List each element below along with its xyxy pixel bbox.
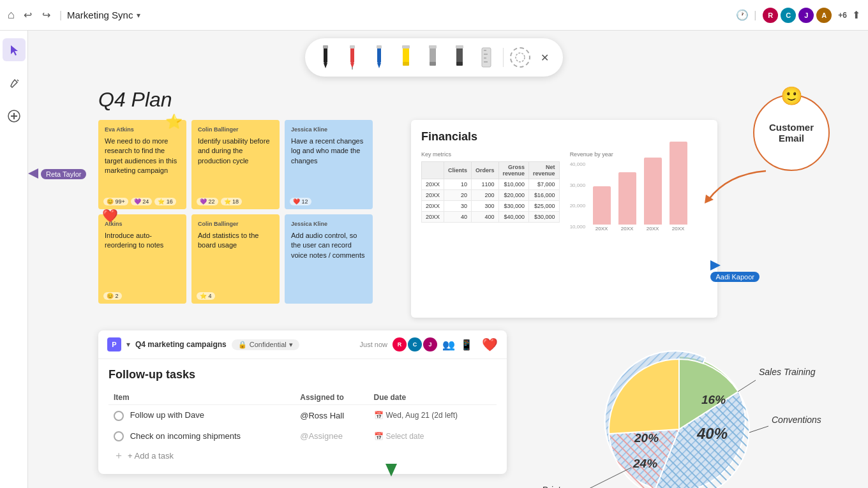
add-task-row[interactable]: ＋ + Add a task bbox=[108, 447, 497, 465]
tasks-avatar-1: R bbox=[393, 337, 407, 351]
red-pen-tool[interactable] bbox=[342, 43, 363, 71]
task-1-checkbox[interactable] bbox=[114, 411, 124, 421]
avatar-2: C bbox=[779, 6, 797, 24]
share-icon[interactable]: ⬆ bbox=[852, 9, 860, 21]
group-icon: 👥 bbox=[442, 339, 455, 351]
tasks-main-title: Follow-up tasks bbox=[108, 368, 497, 381]
tasks-avatar-3: J bbox=[423, 337, 437, 351]
note-2-author: Colin Ballinger bbox=[198, 126, 273, 133]
bar-label-3: 20XX bbox=[647, 226, 659, 232]
task-2-assignee[interactable]: @Assignee bbox=[295, 426, 368, 447]
ruler-tool[interactable] bbox=[476, 43, 497, 71]
undo-button[interactable]: ↩ bbox=[20, 6, 36, 24]
task-1-label: Follow up with Dave bbox=[130, 410, 204, 420]
tasks-dropdown[interactable]: ▾ bbox=[126, 340, 130, 349]
cursor-green-icon bbox=[385, 464, 397, 477]
customer-email-wrapper: 🙂 Customer Email bbox=[753, 94, 830, 171]
table-row: 20XX101100$10,000$7,000 bbox=[422, 179, 560, 190]
note-6-author: Jessica Kline bbox=[291, 221, 366, 227]
more-users-count[interactable]: +6 bbox=[838, 11, 847, 20]
tasks-body: Follow-up tasks Item Assigned to Due dat… bbox=[98, 359, 507, 474]
cursor-reta-icon bbox=[28, 168, 38, 179]
top-bar-right: 🕐 | R C J A +6 ⬆ bbox=[736, 6, 860, 24]
tasks-table: Item Assigned to Due date Follow up with… bbox=[108, 390, 497, 447]
col-item: Item bbox=[108, 390, 295, 405]
bar-label-4: 20XX bbox=[672, 226, 685, 232]
dark-marker-tool[interactable] bbox=[449, 43, 470, 71]
confidential-chevron[interactable]: ▾ bbox=[289, 341, 293, 349]
svg-rect-16 bbox=[456, 62, 463, 66]
col-orders: Orders bbox=[472, 162, 499, 179]
note-2-text: Identify usability before and during the… bbox=[198, 137, 273, 166]
sticky-note-5[interactable]: Colin Ballinger Add statistics to the bo… bbox=[191, 214, 280, 304]
svg-point-23 bbox=[516, 53, 525, 62]
due-date-cell-2: 📅 Select date bbox=[374, 432, 492, 441]
task-2-due[interactable]: 📅 Select date bbox=[369, 426, 497, 447]
note-5-reactions: ⭐ 4 bbox=[197, 292, 215, 300]
due-date-cell-1: 📅 Wed, Aug 21 (2d left) bbox=[374, 411, 492, 420]
sticky-note-1[interactable]: ⭐ Eva Atkins We need to do more research… bbox=[98, 120, 186, 209]
label-line-1 bbox=[738, 380, 756, 392]
bar-group-1: 20XX bbox=[593, 186, 611, 232]
calendar-icon-2: 📅 bbox=[374, 432, 384, 441]
svg-line-25 bbox=[17, 80, 19, 81]
sticky-note-3[interactable]: Jessica Kline Have a recent changes log … bbox=[285, 120, 373, 209]
svg-marker-24 bbox=[11, 45, 18, 55]
note-3-reactions: ❤️ 12 bbox=[290, 198, 311, 205]
yellow-marker-tool[interactable] bbox=[396, 43, 416, 71]
close-toolbar-button[interactable]: ✕ bbox=[537, 49, 553, 66]
pencil-black-tool[interactable] bbox=[315, 43, 336, 71]
cursor-aadi-label: Aadi Kapoor bbox=[710, 272, 760, 282]
title-area: Marketing Sync ▾ bbox=[67, 10, 140, 20]
task-2-checkbox[interactable] bbox=[114, 431, 124, 441]
pie-chart-main: Sales Training Conventions Print Adverti… bbox=[539, 337, 868, 488]
svg-rect-12 bbox=[430, 47, 436, 64]
redo-button[interactable]: ↪ bbox=[38, 6, 54, 24]
bar-label-1: 20XX bbox=[595, 226, 608, 232]
add-tool[interactable] bbox=[3, 105, 26, 128]
doc-title[interactable]: Marketing Sync bbox=[67, 10, 133, 20]
note-5-author: Colin Ballinger bbox=[198, 221, 273, 227]
select-tool[interactable] bbox=[3, 38, 26, 61]
blue-pen-tool[interactable] bbox=[369, 43, 389, 71]
task-1-due-label: Wed, Aug 21 (2d left) bbox=[386, 411, 458, 420]
draw-tool-sidebar[interactable] bbox=[3, 71, 26, 94]
sticky-note-6[interactable]: Jessica Kline Add audio control, so the … bbox=[285, 214, 373, 304]
cursor-green bbox=[385, 464, 397, 477]
svg-rect-15 bbox=[456, 47, 463, 64]
col-net: Net revenue bbox=[529, 162, 560, 179]
bar-group-2: 20XX bbox=[618, 172, 636, 232]
clock-icon[interactable]: 🕐 bbox=[736, 9, 749, 21]
tasks-avatar-2: C bbox=[408, 337, 422, 351]
title-chevron-icon[interactable]: ▾ bbox=[137, 11, 140, 20]
cursor-reta: Reta Taylor bbox=[28, 168, 86, 179]
home-icon[interactable]: ⌂ bbox=[8, 8, 15, 22]
lasso-tool[interactable] bbox=[510, 47, 530, 68]
sticky-note-4[interactable]: ❤️ Atkins Introduce auto-reordering to n… bbox=[98, 214, 186, 304]
phone-icon: 📱 bbox=[460, 339, 473, 351]
label-line-2 bbox=[749, 426, 768, 433]
sticky-note-2[interactable]: Colin Ballinger Identify usability befor… bbox=[191, 120, 280, 209]
bar-chart: 20XX 20XX 20XX 20XX bbox=[593, 161, 707, 244]
task-2-due-label: Select date bbox=[386, 432, 424, 441]
divider2: | bbox=[754, 10, 756, 21]
customer-email-label: Customer Email bbox=[761, 122, 822, 144]
bar-4 bbox=[670, 142, 687, 225]
col-gross: Gross revenue bbox=[498, 162, 529, 179]
task-2-item: Check on incoming shipments bbox=[108, 426, 295, 447]
heart-icon: ❤️ bbox=[482, 337, 498, 352]
gray-marker-tool[interactable] bbox=[423, 43, 443, 71]
avatar-3: J bbox=[797, 6, 815, 24]
task-row-2: Check on incoming shipments @Assignee 📅 … bbox=[108, 426, 497, 447]
financials-card: Financials Key metrics Clients Orders Gr… bbox=[411, 120, 717, 318]
cursor-reta-label: Reta Taylor bbox=[41, 169, 86, 179]
smiley-emoji: 🙂 bbox=[781, 85, 803, 107]
revenue-chart: Revenue by year 40,000 30,000 20,000 10,… bbox=[570, 151, 707, 244]
tasks-confidential: 🔒 Confidential ▾ bbox=[232, 339, 299, 350]
undo-redo-group: ↩ ↪ bbox=[20, 6, 54, 24]
divider: | bbox=[59, 10, 62, 21]
svg-marker-7 bbox=[377, 63, 381, 68]
task-1-assignee[interactable]: @Ross Hall bbox=[295, 405, 368, 426]
left-sidebar bbox=[0, 31, 28, 488]
confidential-label: Confidential bbox=[250, 341, 287, 348]
